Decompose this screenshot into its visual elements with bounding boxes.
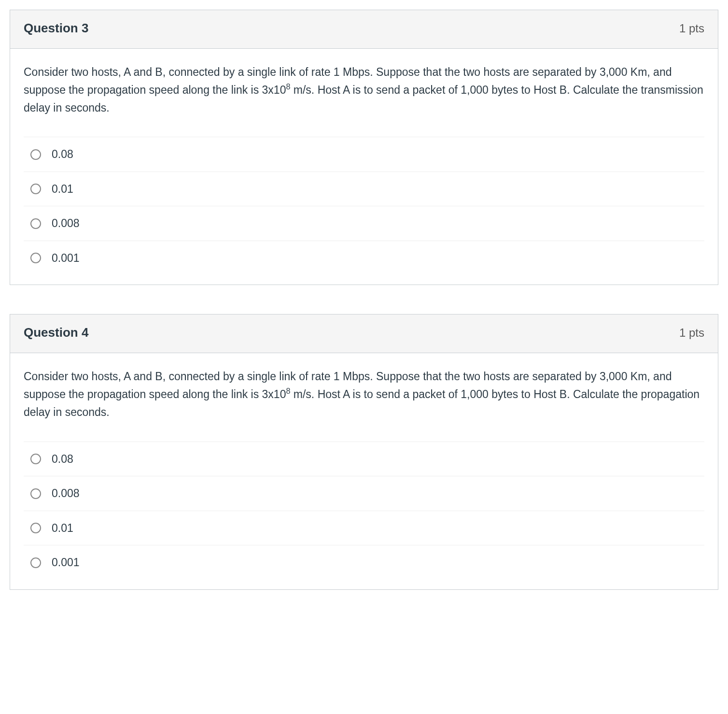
question-text: Consider two hosts, A and B, connected b…: [24, 368, 704, 421]
answers-list: 0.08 0.01 0.008 0.001: [24, 137, 704, 280]
radio-input[interactable]: [30, 454, 41, 464]
answer-label: 0.01: [52, 520, 73, 537]
answer-label: 0.001: [52, 250, 80, 267]
answer-option[interactable]: 0.08: [24, 137, 704, 171]
answer-option[interactable]: 0.08: [24, 442, 704, 476]
answer-option[interactable]: 0.001: [24, 241, 704, 280]
radio-input[interactable]: [30, 557, 41, 568]
answer-label: 0.01: [52, 181, 73, 198]
answer-option[interactable]: 0.01: [24, 171, 704, 206]
answer-label: 0.001: [52, 554, 80, 571]
question-header: Question 3 1 pts: [10, 10, 718, 49]
radio-input[interactable]: [30, 253, 41, 263]
question-points: 1 pts: [679, 324, 704, 342]
radio-input[interactable]: [30, 149, 41, 160]
question-points: 1 pts: [679, 20, 704, 37]
question-card: Question 4 1 pts Consider two hosts, A a…: [10, 314, 718, 589]
answer-option[interactable]: 0.001: [24, 545, 704, 585]
radio-input[interactable]: [30, 523, 41, 533]
radio-input[interactable]: [30, 184, 41, 194]
question-body: Consider two hosts, A and B, connected b…: [10, 353, 718, 589]
answer-option[interactable]: 0.008: [24, 476, 704, 511]
radio-input[interactable]: [30, 488, 41, 499]
question-body: Consider two hosts, A and B, connected b…: [10, 49, 718, 285]
answers-list: 0.08 0.008 0.01 0.001: [24, 442, 704, 585]
answer-option[interactable]: 0.01: [24, 511, 704, 545]
question-card: Question 3 1 pts Consider two hosts, A a…: [10, 10, 718, 285]
answer-label: 0.08: [52, 451, 73, 468]
answer-label: 0.008: [52, 215, 80, 232]
question-title: Question 3: [24, 19, 88, 38]
answer-label: 0.08: [52, 146, 73, 163]
question-header: Question 4 1 pts: [10, 314, 718, 353]
question-title: Question 4: [24, 323, 88, 342]
answer-option[interactable]: 0.008: [24, 206, 704, 241]
answer-label: 0.008: [52, 485, 80, 502]
question-text: Consider two hosts, A and B, connected b…: [24, 63, 704, 116]
radio-input[interactable]: [30, 218, 41, 229]
